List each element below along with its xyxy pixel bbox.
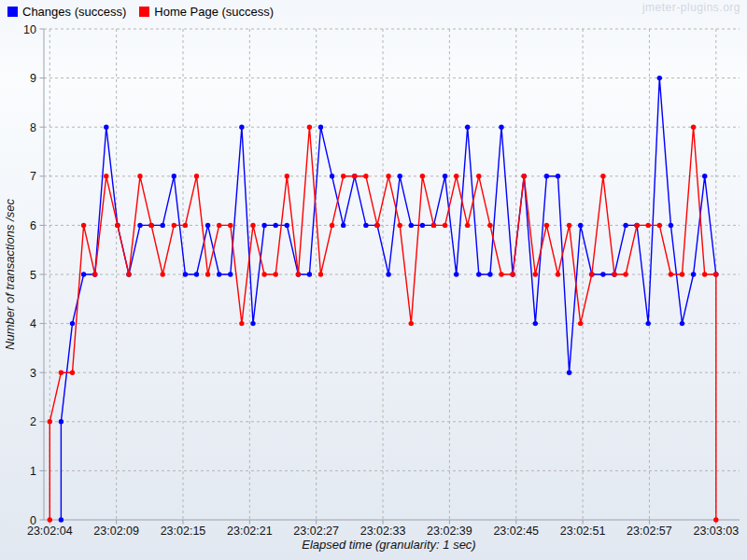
x-tick-label: 23:02:45 <box>493 525 539 538</box>
y-tick-label: 4 <box>30 317 36 330</box>
tick-labels: 01234567891023:02:0423:02:0923:02:1523:0… <box>23 23 739 539</box>
series-changes-success <box>59 76 719 523</box>
y-tick-label: 7 <box>30 170 36 183</box>
x-tick-label: 23:02:15 <box>161 525 206 538</box>
x-tick-label: 23:02:21 <box>227 525 273 538</box>
y-tick-label: 1 <box>30 465 36 478</box>
y-tick-label: 6 <box>30 219 36 232</box>
chart-canvas: 01234567891023:02:0423:02:0923:02:1523:0… <box>0 0 747 560</box>
tps-chart: Changes (success) Home Page (success) jm… <box>0 0 747 560</box>
x-tick-label: 23:03:03 <box>693 525 739 538</box>
y-tick-label: 3 <box>30 367 36 380</box>
x-tick-label: 23:02:51 <box>560 525 606 538</box>
x-tick-label: 23:02:04 <box>27 525 73 538</box>
y-tick-label: 5 <box>30 269 36 282</box>
x-tick-label: 23:02:27 <box>293 525 339 538</box>
y-tick-label: 9 <box>30 72 36 85</box>
y-axis-title: Number of transactions /sec <box>3 199 17 350</box>
gridlines <box>44 29 740 520</box>
x-tick-label: 23:02:39 <box>427 525 472 538</box>
x-tick-label: 23:02:09 <box>93 525 139 538</box>
x-axis-title: Elapsed time (granularity: 1 sec) <box>302 538 475 552</box>
y-tick-label: 8 <box>30 121 36 134</box>
y-tick-label: 10 <box>23 23 36 36</box>
x-tick-label: 23:02:33 <box>360 525 406 538</box>
y-tick-label: 2 <box>30 415 36 428</box>
x-tick-label: 23:02:57 <box>627 525 672 538</box>
